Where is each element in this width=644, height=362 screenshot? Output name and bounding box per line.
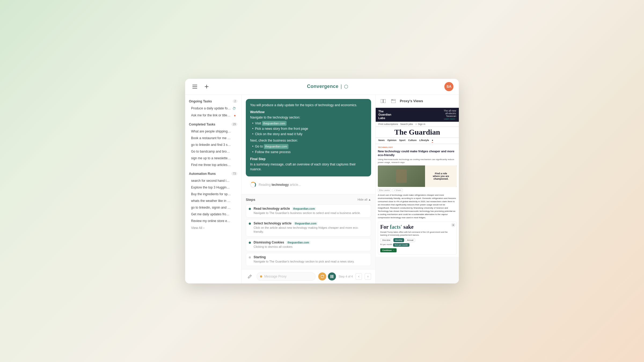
list-item[interactable]: search for second hand iphones 1... — [187, 178, 240, 184]
article-area: Technology New technology could make fri… — [376, 144, 459, 257]
user-avatar[interactable]: SA — [444, 82, 453, 91]
logo-divider: | — [341, 84, 342, 89]
share-row: Éilis Lawlor < Share — [378, 189, 457, 192]
status-dot-icon: ● — [234, 113, 236, 117]
subscribe-body: Donald Trump takes office with full comm… — [380, 231, 454, 237]
guardian-top-ad: TheGuardianLabs The all-newall-electricT… — [376, 108, 459, 122]
svg-point-12 — [393, 99, 393, 100]
workflow-goto-row: Go to theguardian.com — [252, 144, 367, 149]
list-item[interactable]: sign me up to a newsletter about ai — [187, 155, 240, 161]
nav-opinion: Opinion — [387, 139, 397, 143]
sidebar: Ongoing Tasks 2 Produce a daily update f… — [185, 95, 241, 283]
article-subhead: Using thermoacoustic technology as cooli… — [378, 158, 457, 164]
add-button[interactable] — [202, 82, 211, 91]
view-all-button[interactable]: View All › — [187, 225, 208, 231]
article-headline: New technology could make fridges cheape… — [378, 149, 457, 157]
link-chip-2: theguardian.com — [264, 144, 288, 149]
message-card: You will produce a daily update for the … — [246, 99, 371, 176]
step-desc: Navigate to The Guardian's technology se… — [254, 260, 368, 264]
share-button[interactable]: < Share — [392, 189, 402, 192]
list-item[interactable]: Get me daily updates from Slack... — [187, 211, 240, 217]
list-item[interactable]: Buy the ingredients for spaghetti... — [187, 191, 240, 197]
task-text: sign me up to a newsletter about ai — [191, 156, 231, 160]
list-item[interactable]: Go to bandcamp and browse exp... — [187, 148, 240, 155]
steps-title: Steps — [246, 198, 255, 202]
svg-rect-5 — [331, 275, 332, 278]
list-item[interactable]: go to linkedin, signin and add 2 ra... — [187, 204, 240, 211]
price-amounts: €4 per month €12 per month — [380, 243, 454, 247]
pause-button[interactable] — [328, 272, 336, 280]
monthly-option[interactable]: Monthly — [393, 238, 404, 242]
step-forward-button[interactable]: › — [365, 273, 371, 280]
step-content: Dismissing Cookies theguardian.com Click… — [254, 241, 368, 249]
step-dot-icon — [249, 208, 251, 210]
list-item[interactable]: Explore the top 3 Hugging Face d... — [187, 184, 240, 191]
list-item[interactable]: go to linkedin and find 3 sales pro... — [187, 142, 240, 148]
sidebar-section-automation: Automation Runs 73 search for second han… — [185, 170, 241, 231]
workflow-visit-row: Visit theguardian.com — [252, 121, 367, 126]
task-text: Buy the ingredients for spaghetti... — [191, 192, 231, 196]
loading-spinner — [250, 182, 256, 188]
step-desc: Click on the article about new technolog… — [254, 226, 368, 234]
task-text: What are people shipping on Gith... — [191, 130, 231, 133]
article-image: Find a rolewhere you arechampioned. — [378, 165, 457, 187]
refresh-button[interactable] — [318, 272, 326, 280]
step-desc: Clicking to dismiss all cookies — [254, 245, 368, 249]
hide-all-button[interactable]: Hide all ▲ — [357, 198, 371, 201]
reading-indicator: Reading technology article... — [246, 180, 371, 190]
nav-news: News — [378, 139, 385, 143]
sidebar-section-ongoing: Ongoing Tasks 2 Produce a daily update f… — [185, 98, 241, 119]
guardian-masthead: The Guardian — [376, 127, 459, 138]
list-item[interactable]: Find me three top articles on med... — [187, 162, 240, 168]
close-overlay-button[interactable]: ✕ — [451, 223, 455, 227]
message-input-area[interactable]: Message Proxy — [257, 272, 316, 281]
ongoing-tasks-header[interactable]: Ongoing Tasks 2 — [185, 98, 241, 105]
workflow-bullet2: Click on the story and read it fully — [252, 132, 367, 136]
step-content: Select technology article theguardian.co… — [254, 221, 368, 234]
completed-tasks-header[interactable]: Completed Tasks 29 — [185, 121, 241, 128]
task-text: go to linkedin and find 3 sales pro... — [191, 143, 231, 147]
article-info: Éilis Lawlor — [378, 189, 391, 192]
annual-option[interactable]: Annual — [405, 238, 415, 242]
step-link: theguardian.com — [286, 241, 310, 244]
status-dot-icon — [260, 275, 262, 278]
automation-runs-header[interactable]: Automation Runs 73 — [185, 170, 241, 177]
step-item: Starting Navigate to The Guardian's tech… — [246, 253, 371, 266]
step-content: Read technology article theguardian.com … — [254, 207, 368, 215]
right-panel-title: Proxy's Views — [400, 99, 423, 103]
list-item[interactable]: Produce a daily update for the to... ⏱ — [187, 105, 240, 112]
price-per-month: €12 per month — [393, 243, 409, 247]
list-item[interactable]: Ask me for the link or title of the r...… — [187, 112, 240, 119]
completed-tasks-title: Completed Tasks — [189, 123, 215, 126]
one-time-option[interactable]: One-time — [380, 238, 392, 242]
article-photo — [378, 165, 425, 187]
step-item: Select technology article theguardian.co… — [246, 219, 371, 237]
task-text: Get me daily updates from Slack... — [191, 212, 231, 216]
footer-action-buttons — [318, 272, 336, 280]
list-item[interactable]: Review my online store each week — [187, 218, 240, 224]
view-toggle-button[interactable] — [379, 97, 387, 105]
nav-technology-active: ● — [432, 139, 433, 143]
step-name: Starting — [254, 255, 368, 259]
chat-panel: You will produce a daily update for the … — [241, 95, 376, 283]
message-intro: You will produce a daily update for the … — [250, 103, 367, 108]
task-text: Book a restaurant for me via ope... — [191, 136, 231, 140]
reading-text: Reading technology article... — [259, 183, 301, 187]
guardian-nav: Print subscriptions Search jobs ☆ Sign i… — [376, 122, 459, 127]
ad-overlay: Find a rolewhere you arechampioned. — [425, 165, 457, 187]
svg-rect-6 — [332, 275, 333, 278]
right-panel: Proxy's Views TheGuardianLabs The all-n — [376, 95, 459, 283]
list-item[interactable]: whats the weather like in helsinki — [187, 198, 240, 204]
step-back-button[interactable]: ‹ — [356, 273, 362, 280]
task-text: Ask me for the link or title of the r... — [191, 113, 231, 117]
workflow-title: Workflow — [250, 110, 367, 114]
list-item[interactable]: What are people shipping on Gith... — [187, 128, 240, 135]
list-item[interactable]: Book a restaurant for me via ope... — [187, 135, 240, 141]
browser-view-button[interactable] — [390, 97, 397, 105]
edit-icon-button[interactable] — [246, 272, 254, 280]
sidebar-toggle-button[interactable] — [191, 82, 199, 91]
continue-button[interactable]: Continue → — [380, 248, 454, 252]
pricing-row: One-time Monthly Annual — [380, 238, 454, 242]
chevron-up-icon: ▲ — [368, 198, 371, 201]
workflow-bullet1: Pick a news story from the front page — [252, 126, 367, 131]
